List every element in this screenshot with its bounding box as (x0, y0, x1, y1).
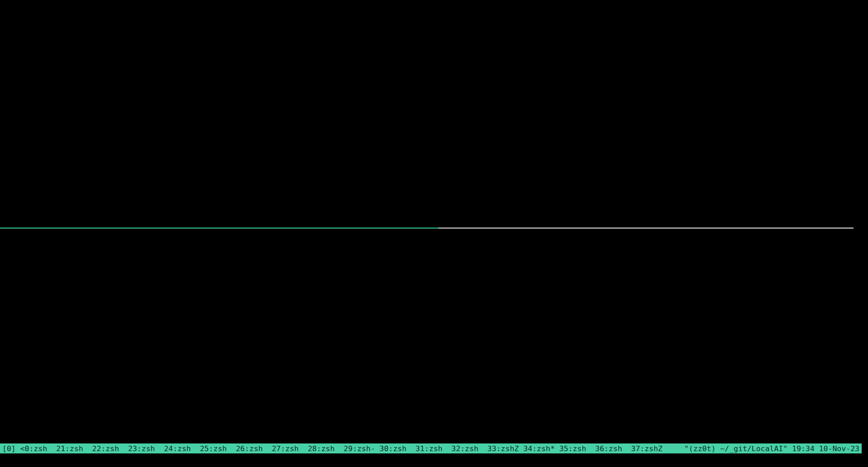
interrupt-line: ^C (14, 414, 868, 424)
command-line-local-ai: base ❯ ./local-ai --debug --threads 14 -… (14, 433, 868, 443)
tmux-window-item[interactable]: 21:zsh (56, 444, 92, 453)
blank-line (14, 319, 868, 329)
prompt-line: mudler@zz0t ~/_git/LocalAI llava_updates… (14, 19, 854, 29)
log-line-chunk-wrap: }],"usage":{"prompt_tokens":0,"completio… (14, 310, 868, 319)
command-line-curl: curl http://localhost:8080/v1/chat/compl… (14, 38, 854, 48)
tmux-window-item[interactable]: 28:zsh (308, 444, 344, 453)
tmux-window-item[interactable]: 23:zsh (128, 444, 164, 453)
tmux-window-item[interactable]: 34:zsh* (524, 444, 559, 453)
tmux-window-item[interactable]: 33:zshZ (487, 444, 523, 453)
tmux-window-item[interactable]: 24:zsh (164, 444, 200, 453)
tmux-session-badge: [0] (2, 444, 20, 453)
terminal-pane-top[interactable]: mudler@zz0t ~/_git/LocalAI llava_updates… (14, 19, 854, 76)
tmux-window-item[interactable]: 22:zsh (92, 444, 128, 453)
tmux-window-item[interactable]: 26:zsh (236, 444, 272, 453)
log-line-grpc: 7:32PM DBG GRPC(ggml-model-q4_k.gguf-127… (14, 376, 868, 386)
tmux-window-item[interactable]: 29:zsh- (344, 444, 379, 453)
command-body-model-line: "model": "llava", (14, 48, 854, 57)
command-body-messages-line: "messages": [{"role": "user", "content":… (14, 57, 854, 67)
tmux-window-item[interactable]: 32:zsh (452, 444, 487, 453)
tmux-window-item[interactable]: 37:zshZ (631, 444, 663, 453)
log-line-chunk: 7:32PM DBG Sending chunk: {"created":169… (14, 272, 868, 281)
tmux-window-item[interactable]: 27:zsh (272, 444, 307, 453)
blank-line (14, 262, 868, 272)
tmux-status-right: "(zz0t) ~/_git/LocalAI" 19:34 10-Nov-23 (684, 444, 859, 453)
blank-line (14, 291, 868, 300)
log-line-chunk: 7:32PM DBG Sending chunk: {"created":169… (14, 329, 868, 338)
pane-divider-inactive-segment (439, 228, 854, 229)
tmux-status-bar: [0] <0:zsh 21:zsh 22:zsh 23:zsh 24:zsh 2… (0, 443, 862, 453)
tmux-window-item[interactable]: 30:zsh (380, 444, 415, 453)
tmux-window-item[interactable]: 35:zsh (559, 444, 595, 453)
prompt-line: base ❯ (14, 29, 854, 38)
tmux-window-list: [0] <0:zsh 21:zsh 22:zsh 23:zsh 24:zsh 2… (2, 444, 663, 453)
tmux-window-item[interactable]: 25:zsh (200, 444, 236, 453)
log-line-chunk-wrap: }],"usage":{"prompt_tokens":0,"completio… (14, 281, 868, 291)
terminal-window: mudler@zz0t ~/_git/LocalAI llava_updates… (0, 0, 868, 467)
log-line-grpc: 7:32PM DBG GRPC(ggml-model-q4_k.gguf-127… (14, 405, 868, 414)
log-line-chunk-wrap: }],"usage":{"prompt_tokens":0,"completio… (14, 338, 868, 348)
log-line-grpc: 7:32PM DBG GRPC(ggml-model-q4_k.gguf-127… (14, 386, 868, 395)
log-line-grpc: 7:32PM DBG GRPC(ggml-model-q4_k.gguf-127… (14, 395, 868, 405)
tmux-window-item[interactable]: <0:zsh (20, 444, 56, 453)
prompt-line: ~/_git/LocalAI llava_updates* 2m 39s (14, 424, 868, 433)
pane-divider[interactable] (0, 228, 854, 229)
log-line-chunk: 7:32PM DBG Sending chunk: {"created":169… (14, 243, 868, 253)
pane-divider-active-segment (0, 228, 439, 229)
log-line-chunk-wrap: }],"usage":{"prompt_tokens":0,"completio… (14, 253, 868, 262)
log-line-grpc: 7:32PM DBG GRPC(ggml-model-q4_k.gguf-127… (14, 367, 868, 376)
blank-line (14, 348, 868, 357)
command-body-messages-wrap-line: s/thumb/d/dd/Gfp-wisconsin-madison-the-n… (14, 67, 854, 76)
tmux-window-item[interactable]: 31:zsh (415, 444, 451, 453)
tmux-window-item[interactable]: 36:zsh (595, 444, 631, 453)
log-line-grpc: 7:32PM DBG GRPC(ggml-model-q4_k.gguf-127… (14, 357, 868, 367)
terminal-pane-log[interactable]: 7:32PM DBG Sending chunk: {"created":169… (14, 243, 868, 443)
log-line-chunk: 7:32PM DBG Sending chunk: {"created":169… (14, 300, 868, 310)
